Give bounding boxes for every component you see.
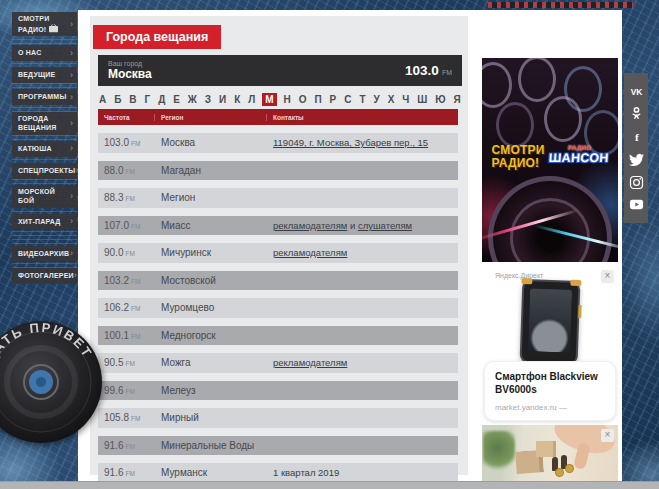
content-card: Города вещания Ваш город Москва 103.0 FM… bbox=[78, 10, 622, 481]
fm-unit-label: FM bbox=[131, 140, 140, 147]
alphabet-letter[interactable]: О bbox=[298, 93, 308, 106]
radio-chanson-broadcast-cities-page: Города вещания Ваш город Москва 103.0 FM… bbox=[0, 0, 659, 489]
svg-text:f: f bbox=[635, 131, 639, 143]
chevron-right-icon: › bbox=[70, 249, 73, 258]
frequency-cell: 99.6FM bbox=[98, 385, 155, 396]
chevron-right-icon: › bbox=[70, 20, 73, 29]
plant-decoration bbox=[483, 431, 515, 473]
alphabet-letter[interactable]: Н bbox=[283, 93, 292, 106]
speaker-ring-decoration bbox=[496, 102, 534, 148]
table-row: 91.6FM Минеральные Воды bbox=[98, 436, 458, 456]
horizontal-scrollbar[interactable] bbox=[0, 481, 659, 489]
chevron-right-icon: › bbox=[70, 144, 73, 153]
alphabet-letter[interactable]: Л bbox=[247, 93, 256, 106]
fm-unit-label: FM bbox=[125, 360, 134, 367]
alphabet-letter[interactable]: А bbox=[98, 93, 107, 106]
alphabet-letter[interactable]: Т bbox=[358, 93, 366, 106]
contact-link[interactable]: рекламодателям bbox=[273, 220, 347, 231]
banner-slogan: СМОТРИ РАДИО! bbox=[492, 144, 545, 169]
alphabet-letter[interactable]: П bbox=[313, 93, 322, 106]
chevron-right-icon: › bbox=[70, 217, 73, 226]
sidebar-item-vedushchie[interactable]: ВЕДУЩИЕ › bbox=[12, 67, 77, 83]
contact-link[interactable]: рекламодателям bbox=[273, 247, 347, 258]
sidebar-item-hit-parad[interactable]: ХИТ-ПАРАД › bbox=[12, 214, 77, 230]
right-ads-column: СМОТРИ РАДИО! РАДИО ШАНСОН Яндекс.Директ… bbox=[482, 10, 622, 481]
frequency-unit: FM bbox=[442, 69, 452, 76]
contact-link[interactable]: слушателям bbox=[358, 220, 412, 231]
alphabet-letter[interactable]: И bbox=[218, 93, 227, 106]
alphabet-letter[interactable]: Х bbox=[387, 93, 396, 106]
table-header-row: Частота Регион Контакты bbox=[98, 109, 458, 125]
table-row: 88.3FM Мегион bbox=[98, 188, 458, 208]
ad-url[interactable]: market.yandex.ru — bbox=[495, 403, 605, 412]
twitter-icon[interactable] bbox=[629, 152, 644, 167]
sidebar-item-fotogalerei[interactable]: ФОТОГАЛЕРЕИ › bbox=[12, 268, 77, 284]
region-cell: Мостовской bbox=[155, 275, 267, 286]
region-cell: Муромцево bbox=[155, 302, 267, 313]
page-title: Города вещания bbox=[93, 25, 221, 49]
frequency-cell: 88.3FM bbox=[98, 192, 155, 203]
region-cell: Мирный bbox=[155, 412, 267, 423]
alphabet-letter[interactable]: У bbox=[372, 93, 380, 106]
alphabet-letter[interactable]: Д bbox=[157, 93, 166, 106]
photo-ad[interactable]: × bbox=[482, 425, 618, 481]
alphabet-letter[interactable]: Г bbox=[144, 93, 152, 106]
alphabet-letter[interactable]: Е bbox=[172, 93, 181, 106]
region-cell: Мичуринск bbox=[155, 247, 267, 258]
region-cell: Москва bbox=[155, 137, 267, 148]
sidebar-item-label: ГОРОДА ВЕЩАНИЯ bbox=[18, 114, 70, 133]
alphabet-letter[interactable]: Ж bbox=[187, 93, 198, 106]
table-header-frequency: Частота bbox=[98, 114, 155, 121]
sidebar-item-katyusha[interactable]: КАТЮША › bbox=[12, 141, 77, 157]
sidebar-item-morskoy-boy[interactable]: МОРСКОЙ БОЙ › bbox=[12, 185, 77, 208]
alphabet-letter[interactable]: Ю bbox=[434, 93, 446, 106]
speaker-ring-decoration bbox=[482, 62, 512, 108]
alphabet-letter[interactable]: З bbox=[204, 93, 212, 106]
ok-icon[interactable] bbox=[629, 106, 644, 121]
contact-link[interactable]: 119049, г. Москва, Зубарев пер., 15 bbox=[273, 137, 428, 148]
contacts-cell: 119049, г. Москва, Зубарев пер., 15 bbox=[267, 137, 458, 148]
alphabet-letter[interactable]: В bbox=[128, 93, 137, 106]
contacts-cell: рекламодателям bbox=[267, 357, 458, 368]
table-body: 103.0FM Москва 119049, г. Москва, Зубаре… bbox=[98, 133, 458, 483]
sidebar-item-spetsproekty[interactable]: СПЕЦПРОЕКТЫ › bbox=[12, 163, 77, 179]
alphabet-letter[interactable]: С bbox=[343, 93, 352, 106]
sidebar-item-videoarhiv[interactable]: ВИДЕОАРХИВ › bbox=[12, 246, 77, 262]
send-greeting-disc-button[interactable]: ПЕРЕДАТЬ ПРИВЕТ bbox=[0, 310, 106, 454]
alphabet-letter[interactable]: Я bbox=[453, 93, 462, 106]
sidebar-item-o-nas[interactable]: О НАС › bbox=[12, 45, 77, 61]
frequencies-table: Частота Регион Контакты 103.0FM Москва 1… bbox=[98, 109, 458, 483]
sidebar-item-goroda-veshchaniya[interactable]: ГОРОДА ВЕЩАНИЯ › bbox=[12, 112, 77, 135]
alphabet-letter[interactable]: Ш bbox=[416, 93, 428, 106]
table-row: 106.2FM Муромцево bbox=[98, 298, 458, 318]
region-cell: Можга bbox=[155, 357, 267, 368]
table-header-contacts: Контакты bbox=[267, 114, 458, 121]
alphabet-letter[interactable]: К bbox=[233, 93, 241, 106]
facebook-icon[interactable]: f bbox=[629, 129, 644, 144]
phone-product-image bbox=[520, 279, 581, 365]
ad-title[interactable]: Смартфон Blackview BV6000s bbox=[495, 371, 605, 396]
sidebar-item-label: СМОТРИ РАДИО! bbox=[18, 14, 70, 34]
table-row: 103.2FM Мостовской bbox=[98, 271, 458, 291]
alphabet-letter[interactable]: Ч bbox=[401, 93, 410, 106]
alphabet-letter[interactable]: Р bbox=[329, 93, 338, 106]
speaker-ring-decoration bbox=[544, 96, 582, 142]
table-row: 107.0FM Миасс рекламодателям и слушателя… bbox=[98, 216, 458, 236]
box-decoration bbox=[536, 441, 556, 457]
sidebar-item-label: КАТЮША bbox=[18, 144, 52, 153]
contact-link[interactable]: рекламодателям bbox=[273, 357, 347, 368]
sidebar-item-label: ВЕДУЩИЕ bbox=[18, 70, 55, 79]
sidebar-item-programmy[interactable]: ПРОГРАММЫ › bbox=[12, 89, 77, 105]
sidebar-item-smotri-radio[interactable]: СМОТРИ РАДИО! › bbox=[12, 12, 77, 36]
yandex-direct-ad[interactable]: Яндекс.Директ × Смартфон Blackview BV600… bbox=[482, 266, 618, 422]
instagram-icon[interactable] bbox=[629, 175, 644, 190]
close-icon[interactable]: × bbox=[601, 270, 614, 283]
smotri-radio-banner-ad[interactable]: СМОТРИ РАДИО! РАДИО ШАНСОН bbox=[482, 58, 618, 262]
sidebar-item-label: СПЕЦПРОЕКТЫ bbox=[18, 166, 75, 175]
close-icon[interactable]: × bbox=[601, 429, 614, 442]
alphabet-letter[interactable]: Б bbox=[113, 93, 122, 106]
youtube-icon[interactable] bbox=[629, 197, 644, 212]
vk-icon[interactable]: VK bbox=[629, 84, 644, 99]
alphabet-letter-active[interactable]: М bbox=[262, 93, 276, 106]
current-frequency-value: 103.0 bbox=[405, 63, 439, 78]
